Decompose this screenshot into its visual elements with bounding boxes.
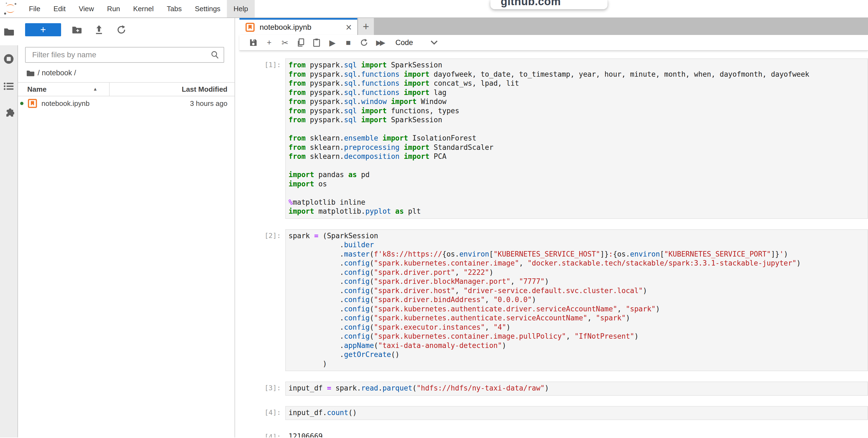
- upload-icon: [95, 25, 103, 35]
- add-cell-button[interactable]: +: [261, 35, 277, 51]
- sidebar-strip-filler: [0, 127, 18, 437]
- restart-run-all-button[interactable]: ▶▶: [372, 35, 388, 51]
- cell-editor[interactable]: input_df.count(): [285, 406, 868, 420]
- file-name: notebook.ipynb: [41, 99, 89, 108]
- notebook-file-icon: [28, 99, 37, 108]
- input-prompt: [4]:: [240, 406, 285, 420]
- menu-bar: FileEditViewRunKernelTabsSettingsHelp: [0, 0, 868, 18]
- menu-item-run[interactable]: Run: [101, 0, 127, 18]
- restart-kernel-button[interactable]: [356, 35, 372, 51]
- cell-type-dropdown[interactable]: Code: [395, 38, 438, 47]
- search-icon: [211, 51, 219, 59]
- cell-editor[interactable]: input_df = spark.read.parquet("hdfs://hd…: [285, 381, 868, 396]
- cut-cells-button[interactable]: ✂: [277, 35, 293, 51]
- notebook-toolbar: + ✂ ▶ ■: [240, 35, 868, 51]
- input-prompt: [1]:: [240, 58, 285, 219]
- tab-bar: notebook.ipynb × +: [240, 18, 868, 35]
- filter-files-input[interactable]: [25, 47, 224, 63]
- file-modified: 3 hours ago: [89, 99, 235, 108]
- code-cell: [2]:spark = (SparkSession .builder .mast…: [240, 229, 868, 372]
- output-prompt: [4]:: [240, 430, 285, 437]
- home-folder-icon: [26, 69, 34, 77]
- close-tab-button[interactable]: ×: [346, 22, 352, 32]
- running-sessions-icon: [3, 54, 14, 64]
- new-folder-button[interactable]: [70, 23, 84, 36]
- file-browser-panel: +: [18, 18, 235, 437]
- menu-items: FileEditViewRunKernelTabsSettingsHelp: [22, 0, 255, 18]
- column-header-last-modified[interactable]: Last Modified: [109, 83, 235, 96]
- sort-ascending-icon: ▲: [93, 87, 98, 92]
- kernel-running-dot: [20, 102, 24, 105]
- notebook-scroll-area: [1]:from pyspark.sql import SparkSession…: [240, 51, 868, 437]
- run-cell-button[interactable]: ▶: [324, 35, 340, 51]
- puzzle-icon: [3, 108, 14, 119]
- input-prompt: [2]:: [240, 229, 285, 372]
- cell-editor[interactable]: from pyspark.sql import SparkSessionfrom…: [285, 58, 868, 219]
- file-list-header: Name ▲ Last Modified: [18, 82, 235, 96]
- code-cell: [4]:input_df.count(): [240, 406, 868, 420]
- cell-output-area: 12106669: [285, 430, 868, 437]
- notebook-file-icon: [245, 23, 255, 32]
- paste-cells-button[interactable]: [309, 35, 324, 51]
- stop-kernel-button[interactable]: ■: [340, 35, 356, 51]
- menu-item-kernel[interactable]: Kernel: [127, 0, 160, 18]
- menu-item-file[interactable]: File: [22, 0, 47, 18]
- popup-domain-text: github.com: [501, 0, 561, 8]
- breadcrumb-path: / notebook /: [38, 69, 76, 77]
- cell-editor[interactable]: spark = (SparkSession .builder .master(f…: [285, 229, 868, 372]
- paste-icon: [313, 38, 320, 47]
- cell-list: [1]:from pyspark.sql import SparkSession…: [240, 58, 868, 437]
- upload-button[interactable]: [92, 23, 106, 36]
- refresh-icon: [117, 25, 126, 35]
- folder-icon: [4, 27, 14, 36]
- restart-icon: [360, 38, 368, 47]
- sidebar-item-table-of-contents[interactable]: [0, 72, 18, 100]
- menu-item-tabs[interactable]: Tabs: [160, 0, 188, 18]
- menu-item-help[interactable]: Help: [227, 0, 254, 18]
- table-of-contents-icon: [4, 82, 14, 91]
- dock-panel: notebook.ipynb × + + ✂: [240, 18, 868, 437]
- save-button[interactable]: [245, 35, 261, 51]
- sidebar-icon-strip: [0, 18, 18, 437]
- panel-split-handle[interactable]: [235, 18, 240, 437]
- code-cell: [1]:from pyspark.sql import SparkSession…: [240, 58, 868, 219]
- menu-item-view[interactable]: View: [72, 0, 101, 18]
- menu-item-edit[interactable]: Edit: [47, 0, 72, 18]
- sidebar-item-running-sessions[interactable]: [0, 45, 18, 72]
- breadcrumb[interactable]: / notebook /: [26, 69, 235, 77]
- file-browser-toolbar: +: [18, 18, 235, 41]
- copy-icon: [297, 38, 305, 47]
- jupyter-logo: [3, 2, 18, 16]
- sidebar-item-extension-manager[interactable]: [0, 100, 18, 127]
- copy-cells-button[interactable]: [293, 35, 309, 51]
- chevron-down-icon: [431, 40, 438, 45]
- save-icon: [249, 38, 257, 47]
- tab-notebook[interactable]: notebook.ipynb ×: [240, 18, 357, 35]
- file-list-item[interactable]: notebook.ipynb 3 hours ago: [18, 96, 235, 111]
- file-list: notebook.ipynb 3 hours ago: [18, 96, 235, 111]
- code-cell: [3]:input_df = spark.read.parquet("hdfs:…: [240, 381, 868, 396]
- jupyterlab-window: FileEditViewRunKernelTabsSettingsHelp gi…: [0, 0, 868, 438]
- sidebar-item-file-browser[interactable]: [0, 18, 18, 45]
- workspace: +: [0, 18, 868, 437]
- column-header-name[interactable]: Name ▲: [18, 85, 109, 94]
- new-folder-icon: [72, 25, 82, 34]
- input-prompt: [3]:: [240, 381, 285, 396]
- file-filter: [25, 47, 224, 63]
- tab-label: notebook.ipynb: [259, 23, 311, 32]
- refresh-button[interactable]: [115, 23, 128, 36]
- menu-item-settings[interactable]: Settings: [188, 0, 227, 18]
- output-cell: [4]:12106669: [240, 430, 868, 437]
- browser-popup: github.com: [490, 0, 608, 9]
- new-launcher-button[interactable]: +: [25, 23, 61, 36]
- cell-type-value: Code: [395, 38, 413, 47]
- new-tab-button[interactable]: +: [358, 18, 374, 35]
